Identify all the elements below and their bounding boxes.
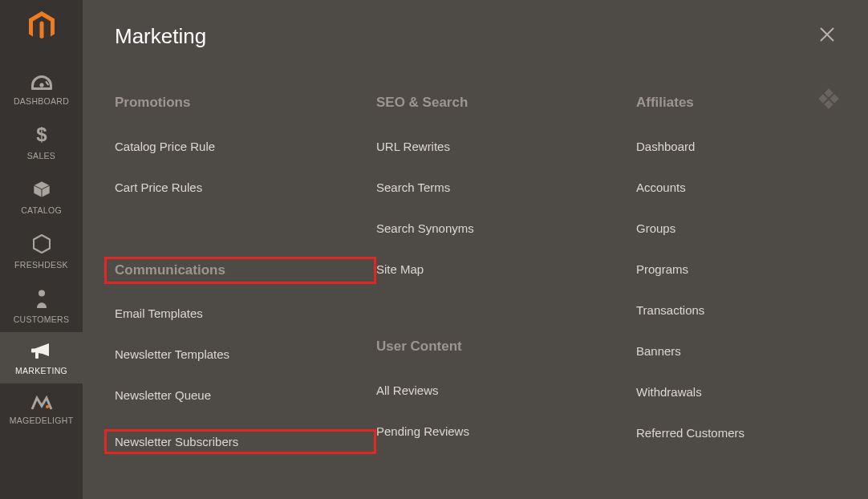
menu-column-3: Affiliates Dashboard Accounts Groups Pro… — [636, 95, 839, 475]
panel-header: Marketing — [115, 22, 839, 50]
sidebar-item-magedelight[interactable]: MAGEDELIGHT — [0, 383, 83, 433]
menu-link-aff-programs[interactable]: Programs — [636, 262, 839, 276]
menu-link-search-terms[interactable]: Search Terms — [376, 181, 636, 194]
dollar-icon: $ — [35, 125, 48, 146]
menu-link-aff-referred-customers[interactable]: Referred Customers — [636, 426, 839, 440]
menu-link-catalog-price-rule[interactable]: Catalog Price Rule — [115, 140, 376, 153]
menu-link-email-templates[interactable]: Email Templates — [115, 306, 376, 320]
svg-point-3 — [39, 290, 45, 297]
highlight-box-communications: Communications — [104, 257, 376, 284]
sidebar-label: CATALOG — [21, 205, 62, 215]
menu-link-cart-price-rules[interactable]: Cart Price Rules — [115, 181, 376, 194]
menu-link-search-synonyms[interactable]: Search Synonyms — [376, 221, 636, 235]
gauge-icon — [31, 75, 52, 91]
admin-sidebar: DASHBOARD $ SALES CATALOG FRESHDESK CUST… — [0, 0, 83, 499]
menu-column-1: Promotions Catalog Price Rule Cart Price… — [115, 95, 376, 475]
sidebar-label: CUSTOMERS — [14, 314, 70, 324]
sidebar-item-sales[interactable]: $ SALES — [0, 114, 83, 168]
panel-title: Marketing — [115, 24, 206, 49]
section-heading-affiliates: Affiliates — [636, 95, 839, 111]
close-button[interactable] — [815, 22, 839, 50]
menu-column-2: SEO & Search URL Rewrites Search Terms S… — [376, 95, 636, 475]
affiliates-decorative-icon — [818, 88, 839, 112]
section-heading-promotions: Promotions — [115, 95, 376, 111]
sidebar-item-marketing[interactable]: MARKETING — [0, 332, 83, 383]
highlight-box-newsletter-subscribers: Newsletter Subscribers — [104, 429, 376, 454]
marketing-flyout-panel: Marketing Promotions Catalog Price Rule … — [83, 0, 868, 499]
sidebar-item-customers[interactable]: CUSTOMERS — [0, 278, 83, 332]
menu-link-aff-accounts[interactable]: Accounts — [636, 181, 839, 194]
section-heading-user-content: User Content — [376, 339, 636, 355]
megaphone-icon — [31, 343, 52, 361]
menu-link-newsletter-templates[interactable]: Newsletter Templates — [115, 347, 376, 361]
svg-rect-7 — [824, 88, 833, 97]
close-icon — [818, 26, 836, 43]
section-heading-communications: Communications — [115, 262, 225, 278]
magento-logo-icon — [28, 11, 55, 42]
magento-logo[interactable] — [28, 11, 55, 45]
menu-link-all-reviews[interactable]: All Reviews — [376, 383, 636, 397]
svg-rect-4 — [31, 349, 34, 353]
menu-link-aff-transactions[interactable]: Transactions — [636, 303, 839, 317]
svg-rect-5 — [35, 352, 39, 359]
section-heading-seo-search: SEO & Search — [376, 95, 636, 111]
menu-link-site-map[interactable]: Site Map — [376, 262, 636, 276]
menu-link-aff-dashboard[interactable]: Dashboard — [636, 140, 839, 153]
sidebar-item-freshdesk[interactable]: FRESHDESK — [0, 223, 83, 278]
menu-link-aff-banners[interactable]: Banners — [636, 344, 839, 358]
svg-rect-8 — [829, 94, 838, 103]
cube-icon — [32, 180, 51, 201]
magedelight-icon — [30, 395, 53, 411]
menu-link-aff-groups[interactable]: Groups — [636, 221, 839, 235]
menu-link-url-rewrites[interactable]: URL Rewrites — [376, 140, 636, 153]
sidebar-label: FRESHDESK — [14, 260, 68, 270]
sidebar-label: DASHBOARD — [14, 96, 69, 106]
menu-link-newsletter-subscribers[interactable]: Newsletter Subscribers — [115, 435, 238, 448]
menu-link-aff-withdrawals[interactable]: Withdrawals — [636, 385, 839, 399]
menu-link-newsletter-queue[interactable]: Newsletter Queue — [115, 388, 376, 402]
sidebar-item-dashboard[interactable]: DASHBOARD — [0, 64, 83, 114]
svg-rect-10 — [824, 99, 833, 108]
svg-rect-9 — [818, 94, 827, 103]
sidebar-label: MARKETING — [15, 366, 67, 375]
panel-body: Promotions Catalog Price Rule Cart Price… — [115, 95, 839, 475]
hexagon-icon — [33, 234, 51, 255]
sidebar-item-catalog[interactable]: CATALOG — [0, 168, 83, 223]
sidebar-label: MAGEDELIGHT — [10, 416, 74, 425]
svg-point-6 — [46, 405, 49, 408]
svg-text:$: $ — [36, 125, 47, 144]
menu-link-pending-reviews[interactable]: Pending Reviews — [376, 424, 636, 438]
sidebar-label: SALES — [27, 151, 55, 160]
person-icon — [35, 289, 48, 310]
svg-point-0 — [39, 83, 43, 87]
